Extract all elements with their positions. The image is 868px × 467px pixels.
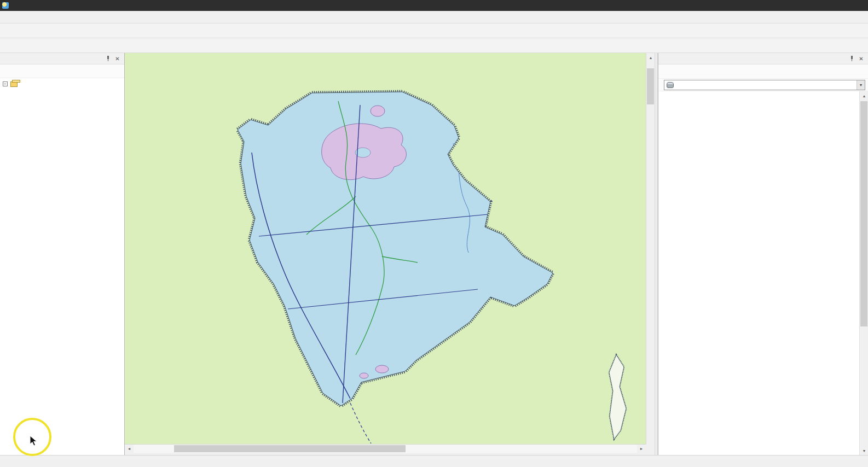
catalog-toolbar: [658, 65, 868, 79]
scroll-down-icon[interactable]: [860, 446, 868, 455]
catalog-vertical-scrollbar[interactable]: [859, 91, 868, 455]
pin-icon: [849, 56, 854, 62]
pin-icon: [106, 56, 111, 62]
menu-bar: [0, 11, 868, 24]
catalog-panel-header: [658, 53, 868, 65]
tools-toolbar: [0, 38, 868, 53]
toc-toolbar: [0, 65, 124, 78]
horizontal-scroll-thumb[interactable]: [174, 445, 406, 452]
status-bar: [0, 455, 868, 467]
mouse-cursor: [30, 435, 37, 446]
expander-minus-icon[interactable]: [3, 81, 8, 86]
vertical-scroll-thumb[interactable]: [647, 68, 654, 104]
location-dropdown-icon[interactable]: ▾: [857, 80, 865, 90]
wetland-polygon-north: [371, 106, 385, 116]
catalog-close-button[interactable]: [857, 54, 866, 63]
geodatabase-icon: [667, 82, 674, 88]
toc-pin-button[interactable]: [103, 54, 113, 63]
toc-root-item[interactable]: [0, 79, 124, 89]
catalog-pin-button[interactable]: [847, 54, 857, 63]
location-combo[interactable]: ▾: [664, 80, 865, 90]
catalog-location-row: ▾: [658, 79, 868, 91]
wetland-polygon-south: [375, 365, 389, 373]
catalog-panel: ▾: [658, 53, 868, 455]
scroll-right-icon[interactable]: [637, 445, 646, 453]
catalog-scroll-thumb[interactable]: [860, 101, 867, 326]
map-horizontal-scrollbar[interactable]: [134, 445, 637, 453]
arcmap-app-icon: [2, 2, 9, 9]
scroll-up-icon[interactable]: [860, 91, 868, 100]
wetland-polygon-south-2: [360, 373, 368, 378]
scrollbar-corner: [646, 444, 655, 453]
scroll-up-icon[interactable]: [646, 53, 655, 62]
scroll-left-icon[interactable]: [125, 445, 134, 453]
standard-toolbar: [0, 24, 868, 38]
catalog-tree: [658, 91, 859, 455]
toc-tree: [0, 79, 124, 455]
title-bar: [0, 0, 868, 11]
map-bottom-bar: [125, 444, 646, 453]
map-vertical-scrollbar[interactable]: [646, 53, 655, 453]
toc-panel-header: [0, 53, 124, 65]
table-of-contents-panel: [0, 53, 125, 455]
map-canvas[interactable]: [125, 53, 646, 444]
toc-close-button[interactable]: [113, 54, 122, 63]
layers-group-icon: [10, 81, 18, 87]
